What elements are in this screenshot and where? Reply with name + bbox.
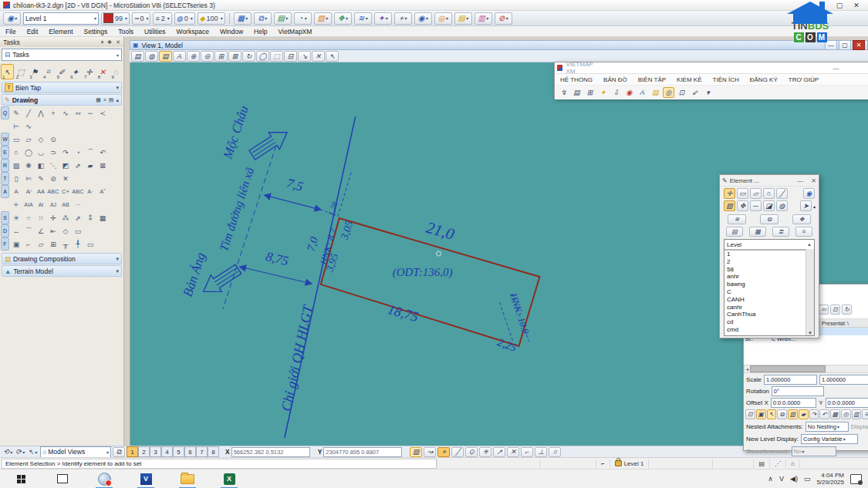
file-explorer-button[interactable]: [167, 469, 208, 488]
tool-icon[interactable]: ▱: [22, 133, 35, 145]
tool-icon[interactable]: ⊘: [47, 173, 59, 184]
level-list-item[interactable]: cd: [724, 318, 806, 326]
active-level-combo[interactable]: Level 1▾: [23, 12, 99, 25]
references-hscrollbar[interactable]: ◂: [744, 365, 868, 373]
element-close-button[interactable]: ✕: [811, 177, 816, 184]
task-tool-button[interactable]: ↖1: [1, 64, 14, 79]
view-restore-button[interactable]: ▢: [839, 40, 851, 50]
view-toggle-button[interactable]: 1: [127, 446, 138, 457]
snap-button[interactable]: ⌗: [549, 447, 561, 457]
vietmap-minimize-button[interactable]: —: [833, 65, 839, 72]
selection-mode-button[interactable]: ─: [750, 200, 762, 211]
start-button[interactable]: [0, 469, 42, 488]
task-tool-button[interactable]: ⌗4: [42, 64, 55, 79]
tool-icon[interactable]: AA: [35, 186, 47, 197]
priority-button[interactable]: ◆100▾: [198, 12, 225, 25]
tool-icon[interactable]: AJ: [47, 199, 59, 210]
view-tool-button[interactable]: ✕: [312, 51, 325, 62]
task-view-button[interactable]: [42, 469, 83, 488]
attribute-tab-button[interactable]: ▤: [726, 227, 743, 237]
selection-extra-button-1[interactable]: ◉: [803, 188, 815, 199]
view-tool-button[interactable]: ⊞: [214, 51, 228, 62]
references-tool-button[interactable]: ⊡: [830, 305, 840, 315]
view-toggle-button[interactable]: 8: [208, 446, 219, 457]
menu-item[interactable]: Element: [43, 28, 78, 35]
tool-icon[interactable]: ▣: [10, 238, 22, 250]
primary-tool-button[interactable]: ≋▾: [354, 12, 372, 25]
tool-icon[interactable]: ⋀: [35, 107, 47, 119]
snap-button[interactable]: ↝: [424, 447, 436, 457]
view-tool-button[interactable]: ◍: [145, 51, 158, 62]
tool-icon[interactable]: ✎: [10, 107, 22, 119]
selection-mode-button[interactable]: ▨: [724, 200, 735, 211]
view-tool-button[interactable]: A: [173, 51, 186, 62]
tasks-close-icon[interactable]: ✕: [116, 39, 120, 45]
taskbar-clock[interactable]: 4:04 PM 5/29/2025: [816, 472, 844, 486]
primary-tool-button[interactable]: ❖▾: [334, 12, 352, 25]
view-toggle-button[interactable]: 4: [161, 446, 173, 457]
tool-icon[interactable]: A⁄: [22, 186, 35, 197]
tool-icon[interactable]: ▦: [96, 212, 109, 224]
level-list-item[interactable]: C: [724, 288, 806, 296]
view-nav-button[interactable]: ⟲▾: [2, 447, 14, 457]
selection-mode-button[interactable]: ▭: [737, 188, 748, 199]
model-views-combo[interactable]: ⌂ Model Views▾: [40, 446, 111, 458]
view-tool-button[interactable]: ▤: [131, 51, 144, 62]
offset-x-field[interactable]: 0:0:0.0000: [771, 398, 816, 408]
active-level-indicator[interactable]: Level 1: [610, 459, 649, 468]
vietmap-tool-button[interactable]: ◉: [623, 87, 635, 98]
tool-icon[interactable]: ✕: [59, 173, 72, 184]
selection-mode-button[interactable]: ◍: [776, 200, 788, 211]
layout-panel-icon[interactable]: ▤: [109, 97, 114, 103]
task-tool-button[interactable]: ✐5: [56, 64, 69, 79]
tool-icon[interactable]: ⋯: [72, 199, 84, 210]
view-tool-button[interactable]: ⊠: [228, 51, 241, 62]
references-command-button[interactable]: ▥: [852, 409, 862, 419]
tool-icon[interactable]: ◇: [59, 225, 72, 237]
references-command-button[interactable]: ▰: [799, 409, 809, 419]
element-minimize-button[interactable]: —: [797, 177, 803, 184]
task-tool-button[interactable]: ✛7: [83, 64, 96, 79]
primary-tool-button[interactable]: ◉▾: [414, 12, 432, 25]
tool-icon[interactable]: ◔: [72, 146, 84, 158]
vietmap-tool-button[interactable]: ◎: [663, 87, 674, 98]
references-command-button[interactable]: ↷: [809, 409, 819, 419]
tool-icon[interactable]: ▱: [35, 238, 47, 250]
snap-button[interactable]: ⊥: [535, 447, 547, 457]
tool-icon[interactable]: ⊙: [47, 133, 59, 145]
snap-button[interactable]: ╱: [451, 447, 464, 457]
tool-icon[interactable]: ▯: [10, 173, 22, 184]
snap-button[interactable]: ⌖: [437, 447, 450, 457]
task-tool-button[interactable]: ⬚2: [15, 64, 28, 79]
column-header[interactable]: \: [846, 321, 868, 326]
primary-tool-button[interactable]: ▥▾: [475, 12, 492, 25]
tool-icon[interactable]: ⁂: [59, 212, 72, 224]
tray-speaker-icon[interactable]: ◀): [790, 475, 798, 483]
tool-icon[interactable]: ⁑: [84, 212, 96, 224]
drawing-section-header[interactable]: ✎ Drawing ▦ ≡ ▤ ▴: [2, 94, 122, 106]
selection-group-button[interactable]: ❖: [792, 214, 811, 224]
collapse-icon[interactable]: ▴: [116, 97, 119, 103]
bien-tap-section[interactable]: T Bien Tap▾: [2, 82, 122, 93]
view-title-bar[interactable]: ▣ View 1, Model — ▢ ✕: [130, 40, 868, 50]
vietmap-menu-item[interactable]: BIÊN TẬP: [633, 76, 671, 83]
active-color-button[interactable]: 99▾: [101, 12, 130, 25]
tool-icon[interactable]: ⊠: [96, 160, 109, 171]
tool-icon[interactable]: ABC: [72, 186, 84, 197]
tool-icon[interactable]: ∿: [59, 107, 72, 119]
level-scroll-down-icon[interactable]: ▼: [808, 331, 812, 335]
y-coordinate-field[interactable]: 2304770.895 0.8807: [323, 447, 402, 457]
snap-button[interactable]: ⌐: [521, 447, 533, 457]
vietmap-menu-item[interactable]: HỆ THỐNG: [555, 76, 598, 83]
view-tool-button[interactable]: ⊖: [201, 51, 214, 62]
primary-tool-button[interactable]: ◎▾: [434, 12, 452, 25]
tool-icon[interactable]: ⁙: [35, 212, 47, 224]
selection-group-button[interactable]: ≋: [728, 214, 746, 224]
tray-shield-icon[interactable]: V: [779, 475, 784, 483]
active-attributes-icon[interactable]: ◉▾: [3, 12, 21, 25]
tool-icon[interactable]: ▨: [10, 160, 22, 171]
column-header[interactable]: Presentat: [820, 321, 846, 326]
tool-icon[interactable]: A˚: [96, 186, 109, 197]
snap-mode-indicator[interactable]: ⌐: [596, 459, 610, 468]
attribute-tab-button[interactable]: ≣: [772, 227, 789, 237]
